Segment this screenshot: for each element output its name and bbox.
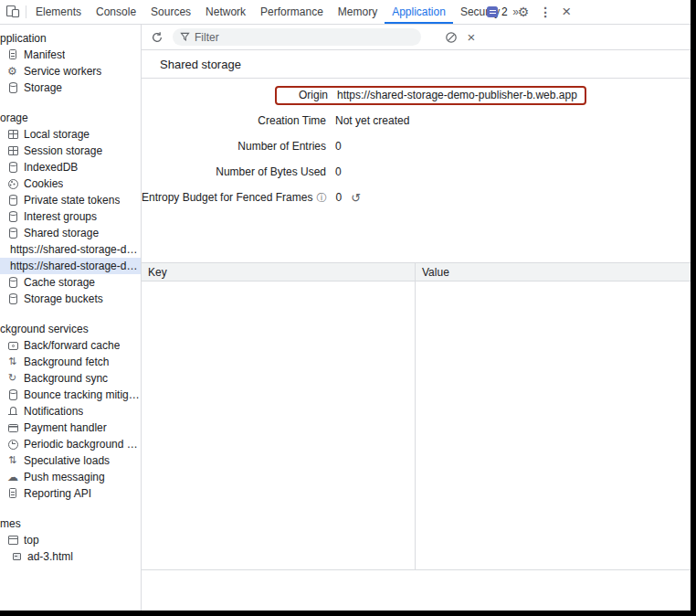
shared-storage-content: Origin https://shared-storage-demo-publi…	[142, 79, 691, 611]
tab-memory[interactable]: Memory	[331, 0, 385, 24]
up-down-arrows-icon	[6, 454, 19, 467]
page-title: Shared storage	[142, 50, 691, 79]
cookie-icon	[6, 177, 19, 190]
sidebar-item-top-frame[interactable]: top	[0, 532, 141, 548]
sidebar-item-shared-storage-origin-1[interactable]: https://shared-storage-d…	[0, 241, 141, 258]
shared-storage-panel: × Shared storage Origin https://shared-s…	[142, 25, 691, 611]
origin-label: Origin	[284, 89, 328, 101]
iframe-icon	[10, 550, 23, 563]
tab-console[interactable]: Console	[89, 0, 143, 24]
sidebar-item-storage[interactable]: Storage	[0, 80, 141, 96]
database-icon	[6, 388, 19, 401]
toolbar-divider	[26, 5, 26, 18]
sidebar-item-interest-groups[interactable]: Interest groups	[0, 208, 141, 225]
up-down-arrows-icon	[6, 356, 19, 368]
sidebar-item-speculative-loads[interactable]: Speculative loads	[0, 452, 141, 469]
console-messages-badge[interactable]: 2	[487, 5, 508, 18]
sidebar-item-local-storage[interactable]: Local storage	[0, 126, 141, 143]
sidebar-item-ad3-frame[interactable]: ad-3.html	[0, 548, 141, 565]
device-toolbar-icon	[5, 4, 20, 21]
application-panel: pplication Manifest Service workers Stor…	[0, 25, 691, 611]
sidebar-item-bounce-tracking-mitigations[interactable]: Bounce tracking mitiga…	[0, 387, 141, 403]
bytes-label: Number of Bytes Used	[142, 165, 326, 178]
section-header-application: pplication	[0, 30, 141, 47]
sidebar-item-push-messaging[interactable]: Push messaging	[0, 469, 141, 485]
tab-performance[interactable]: Performance	[253, 0, 331, 24]
database-icon	[6, 276, 19, 289]
creation-time-label: Creation Time	[142, 114, 326, 127]
database-icon	[6, 227, 19, 239]
sidebar-item-back-forward-cache[interactable]: Back/forward cache	[0, 337, 141, 354]
sidebar-section-storage: orage Local storage Session storage Inde…	[0, 110, 141, 307]
entries-value: 0	[335, 140, 342, 153]
reset-budget-button[interactable]: ↺	[351, 191, 361, 205]
devtools-window: Elements Console Sources Network Perform…	[0, 0, 696, 616]
field-creation-time: Creation Time Not yet created	[142, 108, 691, 133]
section-header-frames: mes	[0, 515, 141, 532]
tabbar-right-controls: 2 ⚙ ⋮ ×	[487, 0, 571, 24]
key-column-body	[142, 281, 416, 569]
document-icon	[6, 48, 19, 61]
shared-storage-toolbar: ×	[142, 25, 691, 50]
sidebar-item-indexeddb[interactable]: IndexedDB	[0, 159, 141, 175]
table-header-row: Key Value	[142, 262, 691, 281]
sidebar-item-reporting-api[interactable]: Reporting API	[0, 485, 141, 502]
sidebar-item-payment-handler[interactable]: Payment handler	[0, 420, 141, 436]
sidebar-item-periodic-background-sync[interactable]: Periodic background s…	[0, 436, 141, 452]
toggle-device-toolbar-button[interactable]	[0, 0, 26, 24]
metadata-view: Origin https://shared-storage-demo-publi…	[142, 79, 691, 210]
settings-gear-button[interactable]: ⚙	[518, 0, 530, 24]
database-icon	[6, 210, 19, 223]
message-icon	[487, 6, 498, 17]
value-column-body	[416, 281, 691, 569]
sidebar-item-cache-storage[interactable]: Cache storage	[0, 274, 141, 291]
sidebar-item-shared-storage[interactable]: Shared storage	[0, 225, 141, 241]
bytes-value: 0	[335, 165, 342, 178]
message-count: 2	[501, 5, 508, 18]
sidebar-item-service-workers[interactable]: Service workers	[0, 63, 141, 80]
cache-icon	[6, 339, 19, 352]
sidebar-section-background-services: ckground services Back/forward cache Bac…	[0, 321, 141, 502]
creation-time-value: Not yet created	[335, 114, 409, 127]
field-entropy-budget: Entropy Budget for Fenced Frames ⓘ 0 ↺	[142, 185, 691, 210]
application-sidebar: pplication Manifest Service workers Stor…	[0, 25, 142, 611]
column-header-key[interactable]: Key	[142, 263, 416, 281]
sidebar-item-manifest[interactable]: Manifest	[0, 47, 141, 63]
filter-input[interactable]	[195, 31, 414, 44]
clear-filter-button[interactable]: ×	[463, 29, 480, 46]
refresh-button[interactable]	[149, 29, 165, 46]
sidebar-item-background-sync[interactable]: Background sync	[0, 370, 141, 387]
card-icon	[6, 421, 19, 434]
column-header-value[interactable]: Value	[416, 263, 691, 281]
preview-pane	[142, 570, 691, 611]
sidebar-item-notifications[interactable]: Notifications	[0, 403, 141, 420]
tab-sources[interactable]: Sources	[143, 0, 198, 24]
database-icon	[6, 292, 19, 305]
sidebar-item-storage-buckets[interactable]: Storage buckets	[0, 291, 141, 307]
tab-application[interactable]: Application	[385, 0, 453, 24]
sidebar-section-frames: mes top ad-3.html	[0, 515, 141, 565]
info-icon[interactable]: ⓘ	[316, 191, 326, 205]
close-devtools-button[interactable]: ×	[562, 0, 571, 24]
tab-network[interactable]: Network	[198, 0, 253, 24]
entries-label: Number of Entries	[142, 140, 326, 153]
bell-icon	[6, 405, 19, 418]
service-worker-gear-icon	[6, 65, 19, 78]
tab-elements[interactable]: Elements	[28, 0, 89, 24]
database-icon	[6, 161, 19, 174]
table-icon	[6, 128, 19, 141]
kebab-menu-button[interactable]: ⋮	[539, 0, 552, 24]
origin-value: https://shared-storage-demo-publisher-b.…	[337, 89, 577, 101]
sidebar-item-background-fetch[interactable]: Background fetch	[0, 354, 141, 370]
sidebar-section-application: pplication Manifest Service workers Stor…	[0, 30, 141, 96]
sync-icon	[6, 372, 19, 385]
sidebar-item-cookies[interactable]: Cookies	[0, 175, 141, 192]
field-origin: Origin https://shared-storage-demo-publi…	[142, 82, 691, 108]
clear-all-button[interactable]	[443, 29, 459, 46]
sidebar-item-private-state-tokens[interactable]: Private state tokens	[0, 192, 141, 208]
shared-storage-items-table: Key Value	[142, 262, 691, 570]
sidebar-item-shared-storage-origin-2[interactable]: https://shared-storage-d…	[0, 258, 141, 274]
origin-highlight-box: Origin https://shared-storage-demo-publi…	[275, 86, 586, 105]
sidebar-item-session-storage[interactable]: Session storage	[0, 143, 141, 159]
section-header-background-services: ckground services	[0, 321, 141, 337]
